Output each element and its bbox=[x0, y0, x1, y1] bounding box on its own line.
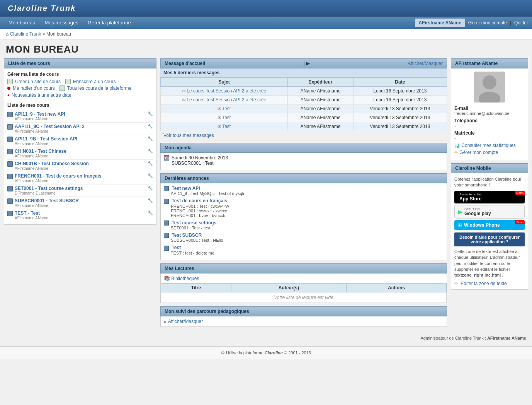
android-store-btn[interactable]: ▶ GET IT ON Google play bbox=[454, 205, 525, 219]
breadcrumb-site[interactable]: Claroline Trunk bbox=[10, 31, 41, 37]
table-row: CHIN001 - Test Chinese AFirstname AName … bbox=[7, 147, 153, 160]
breadcrumb: ⌂ Claroline Trunk > Mon bureau bbox=[0, 29, 532, 39]
wrench-icon[interactable]: 🔧 bbox=[148, 111, 153, 116]
edit-zone-link[interactable]: ✏ Editer la zone de texte bbox=[454, 281, 507, 286]
top-navigation: Mon bureau Mes messages Gérer la platefo… bbox=[0, 17, 532, 29]
course-icon bbox=[7, 112, 13, 117]
nav-mon-bureau[interactable]: Mon bureau bbox=[4, 17, 40, 29]
wrench-icon[interactable]: 🔧 bbox=[148, 198, 153, 203]
see-all-messages-link[interactable]: Voir tous mes messages bbox=[160, 131, 447, 140]
course-link[interactable]: API11_9 - Test new API bbox=[15, 111, 65, 117]
announcements-header: Dernières annonces bbox=[160, 173, 447, 183]
nav-gerer-plateforme[interactable]: Gérer la plateforme bbox=[83, 17, 136, 29]
message-sender: AName AFirstname bbox=[288, 113, 353, 122]
libraries-link[interactable]: Bibliothèques bbox=[171, 276, 199, 281]
message-subject-link[interactable]: Test bbox=[222, 115, 231, 120]
wrench-icon[interactable]: 🔧 bbox=[148, 149, 153, 154]
wrench-icon[interactable]: 🔧 bbox=[148, 210, 153, 215]
announce-icon bbox=[164, 246, 169, 251]
mobile-section-header: Claroline Mobile bbox=[451, 163, 528, 173]
announce-link[interactable]: Test course settings bbox=[172, 220, 216, 226]
announce-link[interactable]: Test new API bbox=[172, 186, 200, 191]
gerer-mon-compte-link[interactable]: Gérer mon compte bbox=[468, 20, 507, 26]
subscribe-link[interactable]: M'inscrire à un cours bbox=[73, 79, 116, 84]
table-row: Votre liste de lecture est vide bbox=[161, 292, 447, 302]
pencil-icon: ✏ bbox=[454, 281, 458, 286]
message-subject-link[interactable]: Le cours Test Session API 2 a été créé bbox=[187, 88, 266, 94]
nav-mes-messages[interactable]: Mes messages bbox=[40, 17, 83, 29]
course-link[interactable]: SET0001 - Test course settings bbox=[15, 186, 83, 191]
table-row: ✉ Test AName AFirstname Vendredi 13 Sept… bbox=[161, 113, 447, 122]
subscribe-icon bbox=[65, 79, 71, 84]
create-course-icon bbox=[7, 79, 13, 84]
breadcrumb-current: Mon bureau bbox=[46, 31, 71, 37]
create-course-row: Créer un site de cours M'inscrire à un c… bbox=[7, 79, 153, 84]
create-course-link[interactable]: Créer un site de cours bbox=[15, 79, 61, 84]
wrench-icon[interactable]: 🔧 bbox=[148, 173, 153, 178]
announce-icon bbox=[164, 220, 169, 226]
wrench-icon[interactable]: 🔧 bbox=[148, 124, 153, 129]
course-icon bbox=[7, 198, 13, 204]
readings-empty: Votre liste de lecture est vide bbox=[161, 292, 447, 302]
admin-info-text: Cette zone de texte est affichée à chaqu… bbox=[454, 249, 525, 279]
announce-detail: SUBSCR0001 : Test - HEllo bbox=[171, 238, 444, 243]
course-link[interactable]: AAPI11_9C - Test Session API 2 bbox=[15, 124, 85, 129]
course-link[interactable]: CHIN001 - Test Chinese bbox=[15, 149, 66, 154]
readings-box: 📚 Bibliothèques Titre Auteur(s) Actions … bbox=[160, 273, 447, 303]
list-item: Test SUBSCR SUBSCR0001 : Test - HEllo bbox=[164, 232, 444, 243]
course-owner: AFirstname AName bbox=[15, 216, 48, 220]
list-item: Test course settings SET0001 : Test - te… bbox=[164, 220, 444, 230]
ios-store-btn[interactable]: Available on the App Store Soon bbox=[454, 191, 525, 203]
ios-label: App Store bbox=[459, 196, 481, 202]
course-link[interactable]: API11_9B - Test Session API bbox=[15, 136, 77, 142]
col-subject: Sujet bbox=[161, 78, 288, 87]
envelope-icon: ✉ bbox=[218, 106, 221, 111]
message-subject-link[interactable]: Le cours Test Session API 2 a été créé bbox=[187, 97, 266, 103]
col-sender: Expéditeur bbox=[288, 78, 353, 87]
quitter-link[interactable]: Quitter bbox=[514, 20, 528, 26]
account-link[interactable]: ✏ Gérer mon compte bbox=[454, 150, 525, 155]
wrench-icon[interactable]: 🔧 bbox=[148, 161, 153, 166]
table-row: SUBSCR0001 - Test SUBSCR AFirstname ANam… bbox=[7, 197, 153, 209]
stats-link[interactable]: 📊 Consulter mes statistiques bbox=[454, 143, 525, 148]
windows-store-btn[interactable]: ⊞ Windows Phone Soon bbox=[454, 220, 525, 230]
message-sender: AName AFirstname bbox=[288, 96, 353, 104]
announce-link[interactable]: Test bbox=[172, 245, 181, 250]
message-subject-link[interactable]: Test bbox=[222, 124, 231, 129]
course-link[interactable]: FRENCH001 - Test de cours en français bbox=[15, 173, 102, 179]
suivi-box: ▶ Afficher/Masquer bbox=[160, 316, 447, 327]
course-link[interactable]: SUBSCR0001 - Test SUBSCR bbox=[15, 198, 79, 203]
config-help-button[interactable]: Besoin d'aide pour configurer votre appl… bbox=[454, 232, 525, 246]
announce-link[interactable]: Test SUBSCR bbox=[172, 232, 202, 238]
table-row: SET0001 - Test course settings DFirstnam… bbox=[7, 185, 153, 197]
announce-link[interactable]: Test de cours en français bbox=[172, 198, 227, 203]
course-icon bbox=[7, 149, 13, 154]
course-owner: AFirstname AName bbox=[15, 179, 102, 183]
suivi-toggle[interactable]: Afficher/Masquer bbox=[168, 319, 203, 324]
svg-point-0 bbox=[483, 75, 496, 89]
libraries-icon: 📚 bbox=[164, 275, 170, 281]
wrench-icon[interactable]: 🔧 bbox=[148, 136, 153, 141]
messages-section: Mes 5 derniers messages Sujet Expéditeur… bbox=[160, 68, 447, 140]
course-owner: AFirstname AName bbox=[15, 129, 85, 133]
col-date: Date bbox=[353, 78, 447, 87]
message-date: Vendredi 13 Septembre 2013 bbox=[353, 104, 447, 113]
course-link[interactable]: TEST - Test bbox=[15, 210, 40, 216]
course-link[interactable]: CHIN001B - Test Chinese Session bbox=[15, 161, 89, 166]
courses-section-box: Gérer ma liste de cours Créer un site de… bbox=[4, 68, 156, 225]
list-item: Test de cours en français FRENCH001 : Te… bbox=[164, 198, 444, 217]
announce-detail: FRENCH001 : xwwxc - xwcxc bbox=[171, 208, 444, 213]
announce-icon bbox=[164, 233, 169, 238]
message-subject-link[interactable]: Test bbox=[222, 106, 231, 111]
course-icon bbox=[7, 161, 13, 167]
matricule-field: Matricule - bbox=[454, 130, 525, 140]
home-icon: ⌂ bbox=[6, 31, 8, 37]
all-courses-link[interactable]: Tous les cours de la plateforme bbox=[67, 85, 131, 91]
show-hide-toggle[interactable]: Afficher/Masquer bbox=[408, 61, 443, 66]
wrench-icon[interactable]: 🔧 bbox=[148, 186, 153, 191]
envelope-icon: ✉ bbox=[218, 124, 221, 129]
unsubscribe-link[interactable]: Me radier d'un cours bbox=[13, 85, 55, 91]
readings-header: Mes Lectures bbox=[160, 263, 447, 273]
news-link[interactable]: Nouveautés à une autre date bbox=[12, 92, 71, 98]
messages-table: Sujet Expéditeur Date ✉ Le cours Test Se… bbox=[160, 77, 447, 131]
